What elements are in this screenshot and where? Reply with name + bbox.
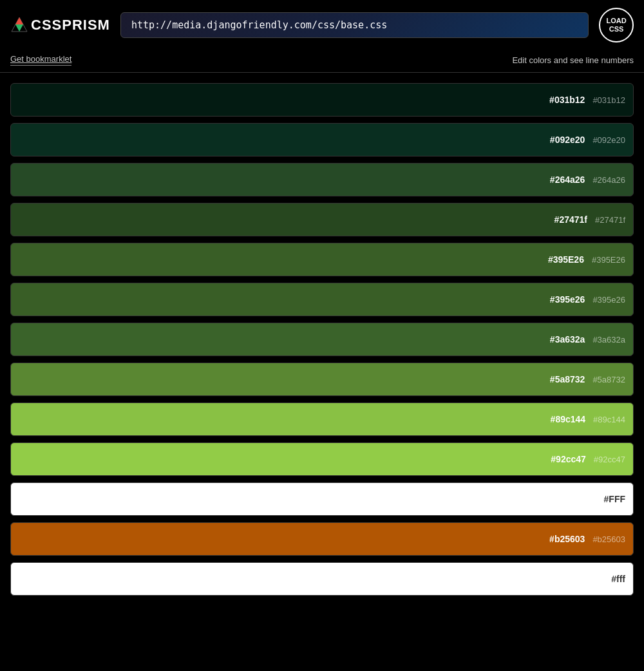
swatch-hex-main: #fff <box>611 574 625 584</box>
swatch-hex-sub: #89c144 <box>593 415 625 424</box>
swatch-row[interactable]: #3a632a#3a632a <box>10 323 634 356</box>
swatch-row[interactable]: #264a26#264a26 <box>10 163 634 196</box>
svg-marker-4 <box>15 24 23 32</box>
swatch-labels: #b25603#b25603 <box>549 534 625 544</box>
logo: CSSPRISM <box>10 16 110 34</box>
swatch-hex-main: #264a26 <box>550 175 585 185</box>
swatch-hex-sub: #031b12 <box>592 95 625 105</box>
swatch-hex-sub: #092e20 <box>592 135 625 145</box>
swatch-labels: #fff <box>611 574 625 584</box>
swatch-labels: #5a8732#5a8732 <box>550 374 625 384</box>
swatch-hex-sub: #395E26 <box>592 255 625 265</box>
swatch-hex-main: #3a632a <box>550 334 585 345</box>
swatch-hex-main: #92cc47 <box>551 454 586 464</box>
swatch-labels: #FFF <box>604 494 625 504</box>
swatch-labels: #031b12#031b12 <box>549 95 625 105</box>
swatch-hex-main: #89c144 <box>551 414 586 424</box>
swatch-hex-main: #5a8732 <box>550 374 585 384</box>
logo-text: CSSPRISM <box>31 17 110 33</box>
bookmarklet-link[interactable]: Get bookmarklet <box>10 54 71 66</box>
swatch-row[interactable]: #89c144#89c144 <box>10 402 634 436</box>
swatch-labels: #395e26#395e26 <box>550 294 625 305</box>
swatches-container: #031b12#031b12#092e20#092e20#264a26#264a… <box>0 73 644 606</box>
swatch-labels: #27471f#27471f <box>554 214 625 225</box>
swatch-labels: #89c144#89c144 <box>551 414 625 424</box>
edit-colors-link[interactable]: Edit colors and see line numbers <box>512 55 634 65</box>
swatch-hex-sub: #92cc47 <box>594 455 625 464</box>
swatch-hex-main: #FFF <box>604 494 625 504</box>
swatch-hex-sub: #b25603 <box>592 534 625 544</box>
url-input[interactable] <box>120 12 589 38</box>
swatch-hex-main: #395e26 <box>550 294 585 305</box>
swatch-hex-main: #b25603 <box>549 534 585 544</box>
swatch-labels: #3a632a#3a632a <box>550 334 625 345</box>
load-btn-line1: LOAD <box>606 17 626 25</box>
swatch-labels: #92cc47#92cc47 <box>551 454 625 464</box>
swatch-row[interactable]: #b25603#b25603 <box>10 522 634 556</box>
swatch-row[interactable]: #27471f#27471f <box>10 203 634 236</box>
swatch-hex-sub: #27471f <box>595 215 625 225</box>
swatch-labels: #264a26#264a26 <box>550 175 625 185</box>
swatch-hex-main: #031b12 <box>549 95 585 105</box>
swatch-hex-sub: #264a26 <box>592 175 625 185</box>
swatch-hex-sub: #395e26 <box>592 295 625 305</box>
swatch-row[interactable]: #395E26#395E26 <box>10 243 634 276</box>
swatch-row[interactable]: #395e26#395e26 <box>10 283 634 316</box>
swatch-row[interactable]: #031b12#031b12 <box>10 83 634 117</box>
load-btn-line2: CSS <box>609 25 624 33</box>
header: CSSPRISM LOAD CSS <box>0 0 644 50</box>
swatch-row[interactable]: #fff <box>10 562 634 596</box>
swatch-row[interactable]: #092e20#092e20 <box>10 123 634 156</box>
swatch-hex-sub: #5a8732 <box>592 375 625 384</box>
swatch-hex-main: #092e20 <box>550 135 585 145</box>
svg-marker-1 <box>15 17 23 24</box>
load-css-button[interactable]: LOAD CSS <box>599 8 634 43</box>
swatch-labels: #395E26#395E26 <box>548 254 625 265</box>
logo-icon <box>10 16 28 34</box>
swatch-labels: #092e20#092e20 <box>550 135 625 145</box>
swatch-hex-main: #395E26 <box>548 254 584 265</box>
swatch-row[interactable]: #92cc47#92cc47 <box>10 442 634 476</box>
swatch-hex-main: #27471f <box>554 214 587 225</box>
swatch-row[interactable]: #FFF <box>10 482 634 516</box>
nav-bar: Get bookmarklet Edit colors and see line… <box>0 50 644 73</box>
swatch-row[interactable]: #5a8732#5a8732 <box>10 363 634 396</box>
swatch-hex-sub: #3a632a <box>592 335 625 345</box>
